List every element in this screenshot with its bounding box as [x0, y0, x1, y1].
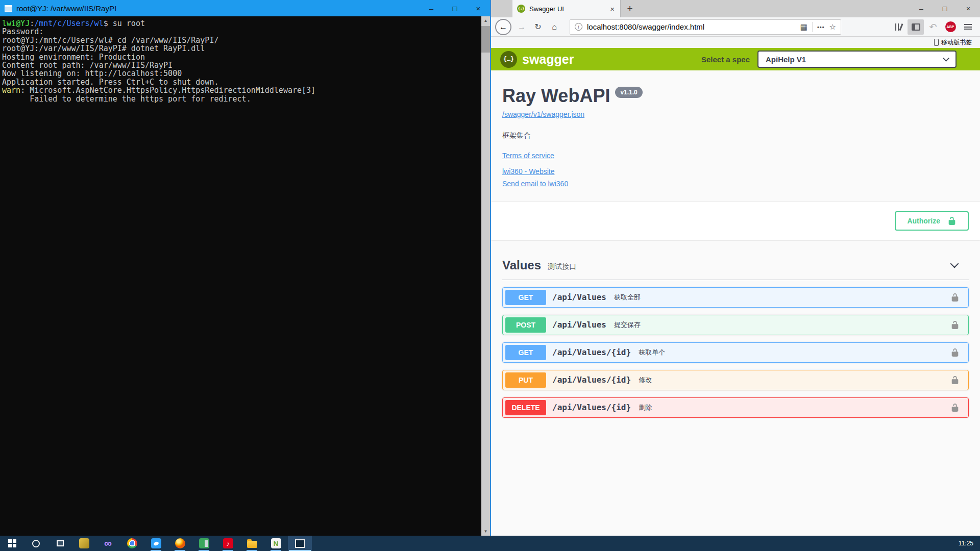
- terminal-titlebar[interactable]: root@YJ: /var/www/IIS/RayPI – □ ×: [0, 0, 490, 16]
- terms-of-service-link[interactable]: Terms of service: [502, 152, 554, 160]
- method-badge: POST: [505, 317, 546, 333]
- tab-close-icon[interactable]: ×: [609, 5, 616, 13]
- taskbar-item-notepadpp[interactable]: N: [264, 536, 288, 551]
- email-link[interactable]: Send email to lwi360: [502, 180, 568, 188]
- endpoint-summary: 获取全部: [614, 293, 641, 302]
- start-button[interactable]: [0, 536, 24, 551]
- browser-tab-swagger[interactable]: {;} Swagger UI ×: [512, 0, 621, 17]
- taskbar-item-terminal[interactable]: [288, 536, 312, 551]
- lock-icon[interactable]: [950, 293, 960, 302]
- qr-extension-icon[interactable]: ▦: [800, 22, 807, 32]
- back-button[interactable]: ←: [495, 19, 511, 35]
- cortana-button[interactable]: [24, 536, 48, 551]
- site-info-icon[interactable]: i: [575, 23, 582, 31]
- lock-icon[interactable]: [950, 320, 960, 330]
- taskbar-item-visual-studio[interactable]: ∞: [96, 536, 120, 551]
- section-collapse-chevron-icon[interactable]: [950, 260, 959, 268]
- urlbar-divider: [812, 22, 813, 32]
- terminal-scrollbar[interactable]: ▲ ▼: [481, 16, 490, 536]
- api-version-badge: v1.1.0: [615, 87, 642, 98]
- terminal-output[interactable]: lwi@YJ:/mnt/c/Users/wl$ su rootPassword:…: [0, 16, 481, 536]
- opblock-get-row[interactable]: GET/api/Values获取全部: [502, 287, 969, 308]
- endpoint-summary: 获取单个: [639, 348, 665, 357]
- taskbar-item-explorer[interactable]: [240, 536, 264, 551]
- opblock-post-row[interactable]: POST/api/Values提交保存: [502, 315, 969, 335]
- page-actions-icon[interactable]: •••: [817, 24, 825, 30]
- task-view-icon: [57, 540, 64, 546]
- menu-icon[interactable]: [960, 19, 976, 35]
- terminal-close-button[interactable]: ×: [467, 0, 490, 16]
- terminal-scrollbar-thumb[interactable]: [481, 26, 490, 53]
- section-title: Values: [502, 258, 541, 272]
- swagger-topbar: {…} swagger Select a spec ApiHelp V1: [491, 48, 980, 70]
- endpoint-path[interactable]: /api/Values: [552, 292, 606, 302]
- browser-close-button[interactable]: ×: [957, 0, 980, 17]
- endpoint-summary: 修改: [639, 375, 652, 385]
- bookmark-star-icon[interactable]: ☆: [829, 22, 836, 32]
- adblock-icon[interactable]: ABP: [942, 19, 959, 35]
- terminal-line: lwi@YJ:/mnt/c/Users/wl$ su root: [2, 19, 481, 28]
- endpoint-summary: 删除: [639, 403, 652, 412]
- url-bar[interactable]: i localhost:8080/swagger/index.html ▦ ••…: [570, 19, 841, 35]
- navigation-toolbar: ← → ↻ ⌂ i localhost:8080/swagger/index.h…: [491, 17, 980, 37]
- terminal-line: Hosting environment: Production: [2, 53, 481, 61]
- opblock-delete-row[interactable]: DELETE/api/Values/{id}删除: [502, 397, 969, 418]
- terminal-minimize-button[interactable]: –: [420, 0, 443, 16]
- forward-button[interactable]: →: [514, 20, 529, 34]
- lock-icon[interactable]: [950, 403, 960, 412]
- opblock-get-row[interactable]: GET/api/Values/{id}获取单个: [502, 342, 969, 363]
- scheme-container: Authorize: [491, 202, 980, 240]
- undo-arrow-icon[interactable]: ↶: [925, 19, 941, 35]
- lock-icon[interactable]: [950, 375, 960, 385]
- authorize-label: Authorize: [907, 217, 940, 225]
- sidebars-icon[interactable]: [908, 19, 924, 35]
- windows-logo-icon: [8, 539, 16, 547]
- taskbar-item-tools[interactable]: [72, 536, 96, 551]
- endpoint-path[interactable]: /api/Values/{id}: [552, 375, 631, 385]
- swagger-logo-icon: {…}: [500, 51, 517, 68]
- authorize-button[interactable]: Authorize: [895, 211, 969, 231]
- taskbar-item-firefox[interactable]: [168, 536, 192, 551]
- lock-icon[interactable]: [950, 348, 960, 357]
- scroll-down-arrow-icon[interactable]: ▼: [481, 527, 490, 536]
- task-view-button[interactable]: [48, 536, 72, 551]
- taskbar-item-music[interactable]: ♪: [216, 536, 240, 551]
- url-text[interactable]: localhost:8080/swagger/index.html: [587, 22, 796, 31]
- method-badge: GET: [505, 345, 546, 360]
- browser-minimize-button[interactable]: –: [910, 0, 933, 17]
- spec-json-link[interactable]: /swagger/v1/swagger.json: [502, 110, 584, 118]
- taskbar-clock[interactable]: 11:25: [952, 536, 980, 551]
- unlock-icon: [947, 216, 957, 226]
- endpoint-path[interactable]: /api/Values/{id}: [552, 403, 631, 412]
- swagger-page: {…} swagger Select a spec ApiHelp V1 Ray…: [491, 48, 980, 536]
- endpoint-path[interactable]: /api/Values: [552, 320, 606, 330]
- scroll-up-arrow-icon[interactable]: ▲: [481, 16, 490, 25]
- terminal-title: root@YJ: /var/www/IIS/RayPI: [16, 4, 116, 13]
- terminal-line: Failed to determine the https port for r…: [2, 95, 481, 103]
- browser-window: {;} Swagger UI × + – □ × ← → ↻ ⌂ i local…: [490, 0, 980, 536]
- api-description: 框架集合: [502, 131, 969, 140]
- website-link[interactable]: lwi360 - Website: [502, 167, 554, 176]
- values-section-header[interactable]: Values 测试接口: [502, 252, 969, 280]
- terminal-line: Content root path: /var/www/IIS/RayPI: [2, 61, 481, 69]
- terminal-window: root@YJ: /var/www/IIS/RayPI – □ × lwi@YJ…: [0, 0, 490, 536]
- opblock-put-row[interactable]: PUT/api/Values/{id}修改: [502, 370, 969, 390]
- terminal-maximize-button[interactable]: □: [443, 0, 467, 16]
- home-button[interactable]: ⌂: [547, 20, 561, 34]
- endpoint-path[interactable]: /api/Values/{id}: [552, 347, 631, 357]
- taskbar-item-server-tool[interactable]: [192, 536, 216, 551]
- tools-app-icon: [79, 538, 89, 548]
- spec-select[interactable]: ApiHelp V1: [757, 51, 957, 68]
- taskbar-item-notes[interactable]: [144, 536, 168, 551]
- reload-button[interactable]: ↻: [531, 20, 545, 34]
- bookmark-mobile-folder[interactable]: 移动版书签: [934, 38, 972, 47]
- browser-maximize-button[interactable]: □: [933, 0, 957, 17]
- tab-bar: {;} Swagger UI × + – □ ×: [491, 0, 980, 17]
- bookmarks-bar: 移动版书签: [491, 37, 980, 48]
- visual-studio-icon: ∞: [103, 538, 113, 548]
- section-subtitle: 测试接口: [548, 262, 576, 271]
- taskbar-item-chrome[interactable]: [120, 536, 144, 551]
- blue-app-icon: [151, 538, 161, 548]
- library-icon[interactable]: [890, 19, 906, 35]
- new-tab-button[interactable]: +: [621, 0, 639, 17]
